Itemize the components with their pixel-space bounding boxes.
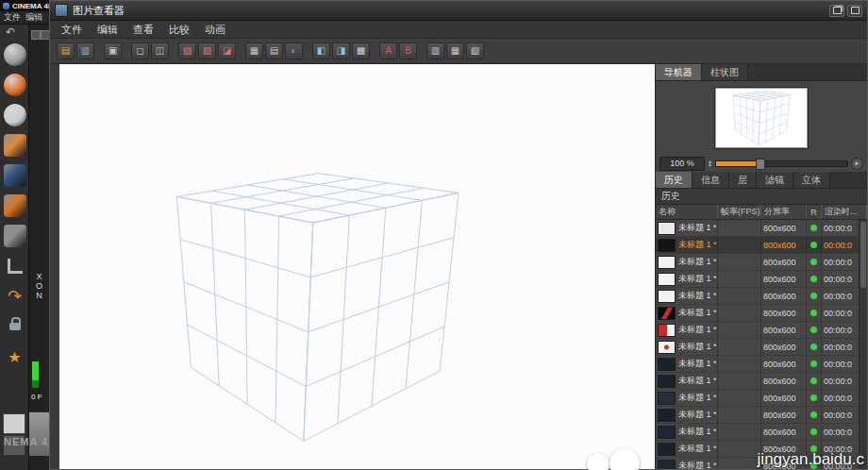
spline-tool-icon[interactable] <box>4 194 26 217</box>
filmstrip-icon[interactable]: ▥ <box>426 42 444 59</box>
frame-icon[interactable]: ▦ <box>245 42 263 59</box>
history-row[interactable]: 未标题 1 *800x60000:00:0 <box>656 407 860 424</box>
viewer-menu-4[interactable]: 动画 <box>197 23 233 37</box>
image-canvas[interactable] <box>59 64 655 469</box>
navigator-preview[interactable] <box>715 88 808 148</box>
render-status-icon <box>810 293 817 299</box>
dock-window-icon[interactable] <box>829 5 844 17</box>
vertical-label-char: O <box>33 281 45 291</box>
scrollbar-thumb[interactable] <box>860 222 866 288</box>
panel-button[interactable] <box>41 30 49 40</box>
tab-filter[interactable]: 滤镜 <box>757 172 793 188</box>
viewer-titlebar[interactable]: 图片查看器 <box>50 1 867 21</box>
zoom-stepper[interactable]: ▲ ▼ <box>708 159 712 167</box>
render-time: 00:00:0 <box>824 309 852 318</box>
mesh-tool-icon[interactable] <box>4 225 26 247</box>
history-row[interactable]: 未标题 1 *800x60000:00:0 <box>656 220 860 237</box>
viewer-menubar: 文件编辑查看比较动画 <box>50 21 867 39</box>
tab-layer[interactable]: 层 <box>729 172 757 188</box>
viewer-menu-3[interactable]: 比较 <box>161 23 197 37</box>
render-time: 00:00:0 <box>824 258 852 267</box>
layer-stack-icon[interactable]: ▩ <box>352 42 370 59</box>
zoom-value[interactable]: 100 % <box>659 157 705 171</box>
tab-history[interactable]: 历史 <box>656 172 693 188</box>
render-thumbnail <box>658 443 676 456</box>
history-row[interactable]: 未标题 1 *800x60000:00:0 <box>656 390 860 407</box>
frame-counter: 0 F <box>31 393 42 401</box>
render-name: 未标题 1 * <box>678 324 717 336</box>
history-row[interactable]: 未标题 1 *800x60000:00:0 <box>656 288 860 305</box>
tab-info[interactable]: 信息 <box>693 172 729 188</box>
deformer-tool-icon[interactable]: ↷ <box>4 285 26 308</box>
col-fps[interactable]: 帧率(FPS) <box>718 205 761 219</box>
render-settings-tool-icon[interactable] <box>4 104 26 126</box>
history-row[interactable]: 未标题 1 *800x60000:00:0 <box>656 356 860 373</box>
material-thumb-light[interactable] <box>3 413 25 434</box>
render-time: 00:00:0 <box>824 343 852 352</box>
move-tool-icon[interactable] <box>4 43 26 66</box>
compare-a-icon[interactable]: ◧ <box>312 42 330 59</box>
layers-panel-icon[interactable]: ▧ <box>466 42 484 59</box>
single-view-icon[interactable]: ◻ <box>131 42 149 59</box>
channel-a-icon[interactable]: A <box>379 42 397 59</box>
viewer-menu-1[interactable]: 编辑 <box>90 23 125 37</box>
render-status-icon <box>810 428 817 435</box>
render-thumbnail <box>658 358 676 371</box>
render-resolution: 800x600 <box>763 411 796 420</box>
array-tool-icon[interactable] <box>4 134 26 157</box>
zoom-slider-thumb[interactable] <box>756 159 765 170</box>
app-menu-1[interactable]: 编辑 <box>24 11 44 24</box>
lock-tool-icon[interactable] <box>4 315 26 338</box>
save-image-icon[interactable]: ▥ <box>76 42 94 59</box>
cube-primitive-tool-icon[interactable] <box>4 164 26 187</box>
contact-sheet-icon[interactable]: ▦ <box>446 42 464 59</box>
render-name: 未标题 1 * <box>678 358 717 370</box>
open-image-icon[interactable]: ▤ <box>57 42 75 59</box>
col-resolution[interactable]: 分辨率 <box>761 205 807 219</box>
history-row[interactable]: 未标题 1 *800x60000:00:0 <box>656 305 860 322</box>
rgb-channel-icon[interactable]: ◐ <box>285 42 303 59</box>
tab-stereo[interactable]: 立体 <box>793 172 830 188</box>
render-tool-icon[interactable] <box>4 74 26 96</box>
history-row[interactable]: 未标题 1 *800x60000:00:0 <box>656 424 860 441</box>
panel-button[interactable] <box>31 30 41 40</box>
viewer-menu-0[interactable]: 文件 <box>54 23 90 37</box>
frame-range-icon[interactable]: ▤ <box>265 42 283 59</box>
mark-start-icon[interactable]: ▨ <box>178 42 196 59</box>
axis-tool-icon[interactable] <box>4 255 26 277</box>
channel-b-icon[interactable]: B <box>399 42 417 59</box>
mark-start-icon-glyph: ▨ <box>183 46 192 56</box>
tab-navigator[interactable]: 导航器 <box>656 64 702 80</box>
render-resolution: 800x600 <box>763 275 796 284</box>
compare-b-icon[interactable]: ◨ <box>332 42 350 59</box>
history-row[interactable]: 未标题 1 *800x60000:00:0 <box>656 237 860 254</box>
tab-histogram[interactable]: 柱状图 <box>702 64 748 80</box>
split-view-icon[interactable]: ◫ <box>151 42 169 59</box>
history-row[interactable]: 未标题 1 *800x60000:00:0 <box>656 322 860 339</box>
viewer-menu-2[interactable]: 查看 <box>125 23 161 37</box>
filmstrip-icon-glyph: ▥ <box>431 46 440 56</box>
mark-clear-icon[interactable]: ◪ <box>218 42 236 59</box>
stepper-down-icon[interactable]: ▼ <box>708 163 712 167</box>
zoom-slider[interactable] <box>715 160 848 167</box>
render-thumbnail <box>658 239 676 252</box>
history-row[interactable]: 未标题 1 *800x60000:00:0 <box>656 271 860 288</box>
c4d-logo-icon <box>3 3 9 9</box>
scroll-right-icon[interactable]: ► <box>851 158 863 170</box>
maximize-window-icon[interactable] <box>847 5 862 17</box>
col-name[interactable]: 名称 <box>656 205 718 219</box>
material-preview[interactable] <box>29 411 49 456</box>
app-menu-0[interactable]: 文件 <box>2 11 23 24</box>
snapshot-icon[interactable]: ▣ <box>104 42 122 59</box>
col-state[interactable]: R <box>807 205 822 219</box>
mark-end-icon[interactable]: ▧ <box>198 42 216 59</box>
col-rendertime[interactable]: 渲染时... <box>822 205 867 219</box>
history-scrollbar[interactable] <box>859 220 867 469</box>
render-resolution: 800x600 <box>763 292 796 301</box>
history-row[interactable]: 未标题 1 *800x60000:00:0 <box>656 339 860 356</box>
mark-clear-icon-glyph: ◪ <box>223 46 231 56</box>
effects-tool-icon[interactable]: ★ <box>4 345 26 368</box>
history-table-header: 名称帧率(FPS)分辨率R渲染时... <box>656 205 867 220</box>
history-row[interactable]: 未标题 1 *800x60000:00:0 <box>656 254 860 271</box>
history-row[interactable]: 未标题 1 *800x60000:00:0 <box>656 373 860 390</box>
